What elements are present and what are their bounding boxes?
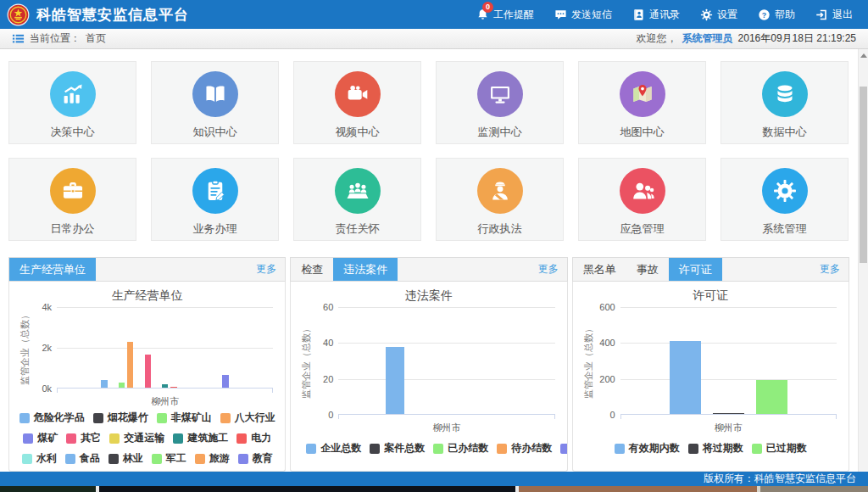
breadcrumb-page[interactable]: 首页 (86, 31, 106, 46)
legend-swatch (152, 454, 162, 464)
legend-item[interactable]: 旅游 (195, 451, 230, 466)
legend-item[interactable]: 已办结数 (433, 441, 488, 456)
bar[interactable] (670, 341, 701, 415)
legend-item[interactable]: 有效期内数 (615, 441, 680, 456)
legend-swatch (560, 444, 566, 454)
legend-label: 军工 (166, 451, 186, 466)
tile-label: 监测中心 (478, 125, 522, 140)
bar[interactable] (386, 347, 404, 415)
top-menu: 工作提醒0发送短信通讯录设置?帮助退出 (476, 8, 868, 22)
legend-item[interactable]: 林业 (108, 451, 143, 466)
welcome-text: 欢迎您， (637, 31, 677, 46)
chart-legend: 危险化学品烟花爆竹非煤矿山八大行业煤矿其它交通运输建筑施工电力水利食品林业军工旅… (9, 411, 285, 466)
tile-monitor-center[interactable]: 监测中心 (436, 61, 564, 144)
legend-swatch (615, 444, 625, 454)
app-tile-grid: 决策中心知识中心视频中心监测中心地图中心数据中心日常办公业务办理责任关怀行政执法… (8, 61, 849, 241)
more-link[interactable]: 更多 (538, 258, 567, 281)
menu-item-send-sms[interactable]: 发送短信 (554, 8, 612, 22)
tab-licenses-2[interactable]: 许可证 (669, 258, 722, 281)
panel-licenses: 黑名单事故许可证更多许可证监管企业（总数）0200400600柳州市有效期内数将… (572, 257, 849, 472)
menu-item-logout[interactable]: 退出 (815, 8, 853, 22)
menu-item-address-book[interactable]: 通讯录 (632, 8, 680, 22)
legend-label: 烟花爆竹 (108, 411, 148, 425)
clipboard-icon (192, 168, 238, 214)
menu-item-label: 帮助 (775, 8, 795, 22)
chart-legend: 有效期内数将过期数已过期数 (573, 441, 849, 456)
users-icon (620, 168, 665, 214)
tile-data-center[interactable]: 数据中心 (721, 61, 849, 144)
bar[interactable] (222, 375, 228, 389)
menu-item-work-reminder[interactable]: 工作提醒0 (476, 8, 534, 22)
tile-video-center[interactable]: 视频中心 (293, 61, 421, 144)
bar[interactable] (145, 355, 151, 389)
more-link[interactable]: 更多 (820, 258, 849, 281)
legend-label: 已过期数 (766, 441, 807, 456)
tile-business-handling[interactable]: 业务办理 (151, 158, 279, 241)
x-axis-line (620, 414, 837, 415)
axis-tick (836, 415, 837, 419)
tab-inspection-cases-1[interactable]: 违法案件 (333, 258, 398, 281)
current-user-link[interactable]: 系统管理员 (682, 31, 733, 46)
legend-item[interactable]: 军工 (152, 451, 186, 466)
legend-item[interactable] (560, 441, 566, 456)
tab-inspection-cases-0[interactable]: 检查 (291, 258, 333, 281)
legend-item[interactable]: 其它 (66, 431, 101, 445)
tile-knowledge-center[interactable]: 知识中心 (151, 61, 279, 144)
tile-decision-center[interactable]: 决策中心 (8, 61, 136, 144)
y-tick-label: 20 (298, 374, 333, 384)
scrollbar-thumb[interactable] (860, 87, 867, 263)
menu-item-label: 设置 (717, 8, 737, 22)
tab-licenses-0[interactable]: 黑名单 (573, 258, 626, 281)
legend-item[interactable]: 将过期数 (688, 441, 743, 456)
x-category-label: 柳州市 (620, 422, 837, 434)
y-tick-label: 0 (298, 410, 333, 420)
book-icon (192, 71, 238, 117)
tile-law-enforcement[interactable]: 行政执法 (436, 158, 564, 241)
gridline (620, 379, 837, 380)
desktop-fragment (0, 486, 96, 492)
chart-body: 生产经营单位监管企业（总数）0k2k4k柳州市危险化学品烟花爆竹非煤矿山八大行业… (8, 282, 286, 472)
tile-map-center[interactable]: 地图中心 (578, 61, 706, 144)
menu-item-help[interactable]: ?帮助 (758, 8, 795, 22)
legend-item[interactable]: 教育 (238, 451, 273, 466)
cog-icon (762, 168, 808, 214)
tile-system-mgmt[interactable]: 系统管理 (721, 158, 849, 241)
legend-item[interactable]: 八大行业 (220, 411, 275, 425)
help-icon: ? (758, 8, 771, 21)
legend-item[interactable]: 待办结数 (497, 441, 552, 456)
legend-label: 教育 (253, 451, 273, 466)
top-bar: 科皓智慧安监信息平台 工作提醒0发送短信通讯录设置?帮助退出 (0, 0, 868, 29)
legend-label: 旅游 (209, 451, 230, 466)
more-link[interactable]: 更多 (256, 258, 285, 281)
scrollbar-up-arrow-icon[interactable] (860, 53, 867, 58)
tile-daily-office[interactable]: 日常办公 (8, 158, 136, 241)
vertical-scrollbar[interactable] (858, 49, 868, 472)
bar[interactable] (756, 380, 787, 415)
legend-item[interactable]: 烟花爆竹 (93, 411, 148, 425)
legend-item[interactable]: 建筑施工 (173, 431, 228, 445)
legend-item[interactable]: 危险化学品 (19, 411, 85, 425)
legend-item[interactable]: 食品 (65, 451, 100, 466)
legend-item[interactable]: 案件总数 (370, 441, 425, 456)
legend-item[interactable]: 非煤矿山 (157, 411, 212, 425)
legend-item[interactable]: 已过期数 (752, 441, 807, 456)
legend-item[interactable]: 电力 (236, 431, 271, 445)
y-tick-label: 0k (16, 383, 52, 394)
legend-swatch (109, 433, 120, 444)
legend-item[interactable]: 煤矿 (23, 431, 58, 445)
menu-item-label: 退出 (832, 8, 853, 22)
legend-swatch (236, 433, 247, 444)
legend-label: 待办结数 (511, 441, 552, 456)
legend-swatch (22, 454, 32, 464)
menu-item-settings[interactable]: 设置 (700, 8, 737, 22)
tile-emergency-mgmt[interactable]: 应急管理 (578, 158, 706, 241)
legend-swatch (65, 454, 75, 464)
bar[interactable] (127, 342, 133, 389)
tab-production-units-0[interactable]: 生产经营单位 (9, 258, 96, 281)
legend-item[interactable]: 交通运输 (109, 431, 164, 445)
breadcrumb-bar: 当前位置： 首页 欢迎您， 系统管理员 2016年09月18日 21:19:25 (0, 29, 868, 49)
tile-responsibility-care[interactable]: 责任关怀 (293, 158, 421, 241)
legend-item[interactable]: 水利 (22, 451, 57, 466)
tab-licenses-1[interactable]: 事故 (626, 258, 669, 281)
legend-item[interactable]: 企业总数 (306, 441, 361, 456)
